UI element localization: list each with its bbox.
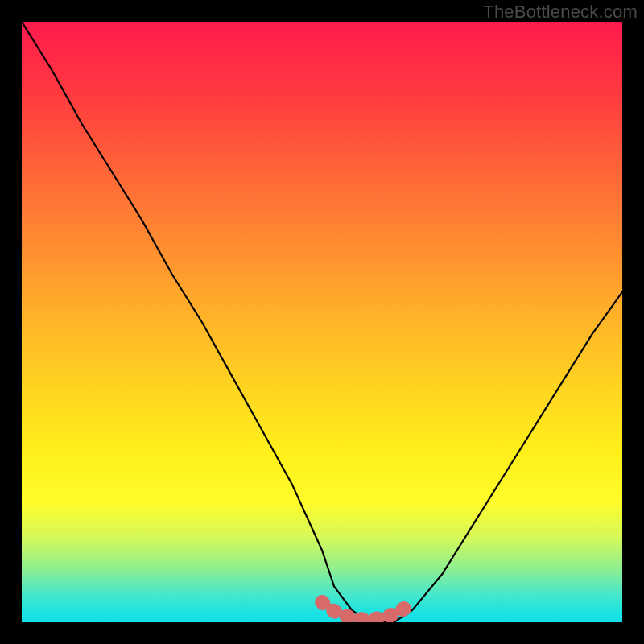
- trough-marker: [322, 602, 412, 620]
- curve-overlay: [22, 22, 622, 622]
- bottleneck-curve: [22, 22, 622, 622]
- watermark-text: TheBottleneck.com: [483, 2, 638, 23]
- plot-area: [22, 22, 622, 622]
- chart-frame: TheBottleneck.com: [0, 0, 644, 644]
